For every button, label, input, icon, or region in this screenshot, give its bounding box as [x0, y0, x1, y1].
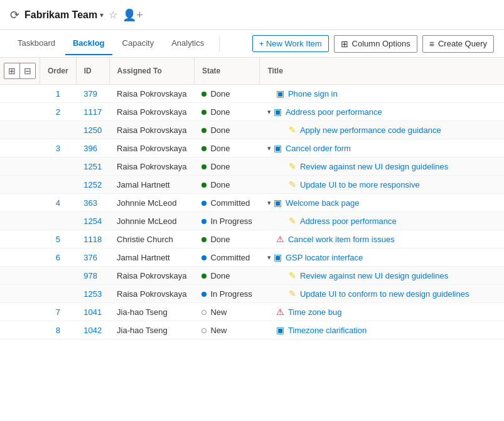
- id-cell[interactable]: 1254: [76, 212, 109, 230]
- title-cell: ▾ ▣ Address poor performance: [260, 103, 504, 121]
- assigned-cell: Jamal Hartnett: [109, 248, 194, 267]
- assigned-cell: Jamal Hartnett: [109, 176, 194, 194]
- tab-analytics[interactable]: Analytics: [164, 32, 212, 55]
- title-link[interactable]: Timezone clarification: [288, 326, 367, 335]
- table-row: 978 Raisa Pokrovskaya Done ✎ Review agai…: [0, 267, 504, 285]
- new-work-item-button[interactable]: + New Work Item: [252, 35, 329, 52]
- title-cell: ▾ ▣ Cancel order form: [260, 139, 504, 157]
- order-cell: 1: [40, 85, 77, 103]
- title-link[interactable]: Cancel work item form issues: [288, 235, 395, 244]
- title-cell: ⚠ Time zone bug: [260, 303, 504, 321]
- order-cell: 3: [40, 139, 77, 157]
- id-cell[interactable]: 978: [76, 267, 109, 285]
- person-icon[interactable]: 👤+: [122, 8, 143, 22]
- title-link[interactable]: GSP locator interface: [286, 253, 363, 262]
- team-chevron-icon[interactable]: ▾: [100, 11, 104, 19]
- title-cell: ✎ Update UI to conform to new design gui…: [260, 285, 504, 303]
- task-icon: ✎: [289, 216, 296, 226]
- table-row: 4 363 Johnnie McLeod Committed ▾ ▣ Welco…: [0, 194, 504, 212]
- title-link[interactable]: Phone sign in: [288, 89, 338, 99]
- tab-backlog[interactable]: Backlog: [65, 32, 112, 55]
- tab-capacity[interactable]: Capacity: [115, 32, 162, 55]
- title-link[interactable]: Update UI to conform to new design guide…: [300, 289, 469, 299]
- create-query-icon: ≡: [429, 39, 434, 49]
- order-cell: [40, 157, 77, 176]
- title-link[interactable]: Address poor performance: [300, 216, 397, 226]
- table-row: 1252 Jamal Hartnett Done ✎ Update UI to …: [0, 176, 504, 194]
- state-cell: Done: [194, 176, 259, 194]
- title-link[interactable]: Address poor performance: [286, 107, 382, 117]
- collapse-all-button[interactable]: ⊟: [19, 63, 35, 78]
- expand-collapse-group: ⊞ ⊟: [4, 63, 36, 79]
- title-cell: ▾ ▣ GSP locator interface: [260, 248, 504, 267]
- table-row: 1251 Raisa Pokrovskaya Done ✎ Review aga…: [0, 157, 504, 176]
- table-header-row: ⊞ ⊟ Order ID Assigned To State Title: [0, 58, 504, 85]
- state-cell: New: [194, 303, 259, 321]
- drag-handle-cell: [0, 303, 40, 321]
- title-cell: ▣ Phone sign in: [260, 85, 504, 103]
- team-name: Fabrikam Team: [24, 9, 97, 21]
- id-cell[interactable]: 1041: [76, 303, 109, 321]
- title-link[interactable]: Time zone bug: [288, 307, 342, 317]
- drag-handle-cell: [0, 85, 40, 103]
- table-row: 1250 Raisa Pokrovskaya Done ✎ Apply new …: [0, 121, 504, 139]
- expand-row-icon[interactable]: ▾: [267, 108, 271, 116]
- assigned-cell: Raisa Pokrovskaya: [109, 285, 194, 303]
- state-cell: Done: [194, 103, 259, 121]
- task-icon: ✎: [289, 161, 296, 171]
- title-cell: ✎ Review against new UI design guideline…: [260, 157, 504, 176]
- story-icon: ▣: [274, 143, 282, 153]
- expand-row-icon[interactable]: ▾: [267, 199, 271, 207]
- story-icon: ▣: [276, 325, 284, 335]
- assigned-cell: Johnnie McLeod: [109, 194, 194, 212]
- title-link[interactable]: Update UI to be more responsive: [300, 180, 420, 189]
- title-link[interactable]: Review against new UI design guidelines: [300, 271, 448, 280]
- id-cell[interactable]: 1252: [76, 176, 109, 194]
- table-row: 6 376 Jamal Hartnett Committed ▾ ▣ GSP l…: [0, 248, 504, 267]
- task-icon: ✎: [289, 270, 296, 280]
- table-row: 1253 Raisa Pokrovskaya In Progress ✎ Upd…: [0, 285, 504, 303]
- order-cell: [40, 121, 77, 139]
- expand-row-icon[interactable]: ▾: [267, 144, 271, 152]
- id-cell[interactable]: 376: [76, 248, 109, 267]
- title-link[interactable]: Welcome back page: [286, 198, 360, 208]
- drag-handle-cell: [0, 103, 40, 121]
- id-cell[interactable]: 363: [76, 194, 109, 212]
- state-cell: In Progress: [194, 285, 259, 303]
- id-cell[interactable]: 1118: [76, 230, 109, 248]
- order-cell: [40, 212, 77, 230]
- col-state: State: [194, 58, 259, 85]
- create-query-button[interactable]: ≡ Create Query: [422, 35, 494, 53]
- tab-taskboard[interactable]: Taskboard: [10, 32, 63, 55]
- assigned-cell: Johnnie McLeod: [109, 212, 194, 230]
- id-cell[interactable]: 1251: [76, 157, 109, 176]
- id-cell[interactable]: 1117: [76, 103, 109, 121]
- drag-handle-cell: [0, 321, 40, 339]
- drag-handle-cell: [0, 157, 40, 176]
- id-cell[interactable]: 1250: [76, 121, 109, 139]
- id-cell[interactable]: 396: [76, 139, 109, 157]
- id-cell[interactable]: 1253: [76, 285, 109, 303]
- column-options-button[interactable]: ⊞ Column Options: [334, 35, 417, 53]
- story-icon: ▣: [276, 88, 284, 99]
- expand-all-button[interactable]: ⊞: [4, 63, 19, 78]
- order-cell: [40, 267, 77, 285]
- id-cell[interactable]: 379: [76, 85, 109, 103]
- order-cell: 6: [40, 248, 77, 267]
- nav-divider: [219, 36, 220, 51]
- state-cell: Done: [194, 85, 259, 103]
- drag-handle-cell: [0, 267, 40, 285]
- column-options-icon: ⊞: [341, 39, 348, 49]
- title-link[interactable]: Apply new performance code guidance: [300, 125, 441, 135]
- drag-handle-cell: [0, 212, 40, 230]
- favorite-icon[interactable]: ☆: [109, 9, 117, 21]
- state-cell: In Progress: [194, 212, 259, 230]
- title-link[interactable]: Review against new UI design guidelines: [300, 162, 448, 171]
- id-cell[interactable]: 1042: [76, 321, 109, 339]
- assigned-cell: Raisa Pokrovskaya: [109, 139, 194, 157]
- story-icon: ▣: [274, 107, 282, 117]
- title-cell: ▾ ▣ Welcome back page: [260, 194, 504, 212]
- title-link[interactable]: Cancel order form: [286, 144, 351, 153]
- expand-row-icon[interactable]: ▾: [267, 253, 271, 262]
- drag-handle-cell: [0, 176, 40, 194]
